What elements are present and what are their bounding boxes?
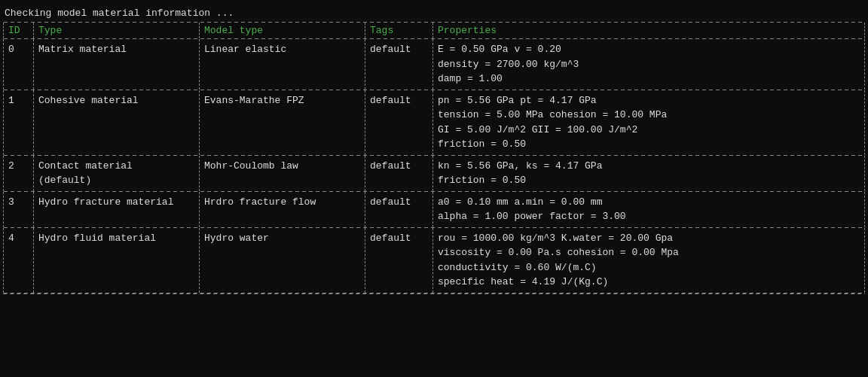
cell-properties: rou = 1000.00 kg/m^3 K.water = 20.00 Gpa… bbox=[433, 228, 865, 293]
cell-properties: E = 0.50 GPa v = 0.20density = 2700.00 k… bbox=[433, 39, 865, 90]
cell-type: Matrix material bbox=[34, 39, 200, 90]
cell-tags: default bbox=[365, 39, 433, 90]
checking-line: Checking model material information ... bbox=[3, 5, 865, 22]
cell-model-type: Hydro water bbox=[200, 228, 365, 293]
header-type: Type bbox=[34, 23, 200, 38]
table-row: 2Contact material(default)Mohr-Coulomb l… bbox=[4, 156, 865, 191]
cell-type: Cohesive material bbox=[34, 90, 200, 155]
cell-tags: default bbox=[365, 90, 433, 155]
cell-properties: pn = 5.56 GPa pt = 4.17 GPatension = 5.0… bbox=[433, 90, 865, 155]
header-model-type: Model type bbox=[200, 23, 365, 38]
cell-model-type: Evans-Marathe FPZ bbox=[200, 90, 365, 155]
cell-type: Hydro fluid material bbox=[34, 228, 200, 293]
header-properties: Properties bbox=[433, 23, 865, 38]
cell-type: Contact material(default) bbox=[34, 156, 200, 191]
data-table: 0Matrix materialLinear elasticdefaultE =… bbox=[3, 39, 865, 293]
table-header: ID Type Model type Tags Properties bbox=[4, 23, 865, 38]
cell-type: Hydro fracture material bbox=[34, 192, 200, 227]
table-row: 0Matrix materialLinear elasticdefaultE =… bbox=[4, 39, 865, 90]
cell-tags: default bbox=[365, 192, 433, 227]
cell-model-type: Mohr-Coulomb law bbox=[200, 156, 365, 191]
cell-properties: a0 = 0.10 mm a.min = 0.00 mmalpha = 1.00… bbox=[433, 192, 865, 227]
terminal: Checking model material information ... … bbox=[0, 3, 868, 296]
cell-id: 0 bbox=[4, 39, 34, 90]
cell-model-type: Linear elastic bbox=[200, 39, 365, 90]
cell-id: 2 bbox=[4, 156, 34, 191]
cell-id: 4 bbox=[4, 228, 34, 293]
cell-model-type: Hrdro fracture flow bbox=[200, 192, 365, 227]
header-id: ID bbox=[4, 23, 34, 38]
table-row: 3Hydro fracture materialHrdro fracture f… bbox=[4, 192, 865, 227]
material-table: ID Type Model type Tags Properties bbox=[3, 22, 865, 39]
cell-id: 1 bbox=[4, 90, 34, 155]
cell-tags: default bbox=[365, 228, 433, 293]
header-tags: Tags bbox=[365, 23, 433, 38]
table-row: 1Cohesive materialEvans-Marathe FPZdefau… bbox=[4, 90, 865, 155]
cell-id: 3 bbox=[4, 192, 34, 227]
cell-tags: default bbox=[365, 156, 433, 191]
cell-properties: kn = 5.56 GPa, ks = 4.17 GPafriction = 0… bbox=[433, 156, 865, 191]
table-row: 4Hydro fluid materialHydro waterdefaultr… bbox=[4, 228, 865, 293]
